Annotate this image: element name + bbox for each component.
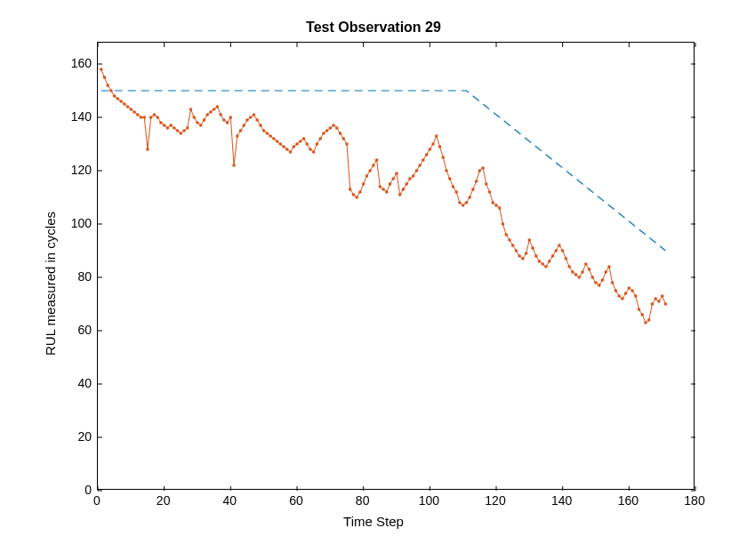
svg-point-206 xyxy=(657,300,661,303)
svg-point-101 xyxy=(309,148,312,151)
svg-point-185 xyxy=(588,268,591,271)
svg-point-145 xyxy=(454,190,458,194)
svg-point-196 xyxy=(624,292,628,295)
y-tick-label: 160 xyxy=(65,56,92,70)
x-tick-label: 40 xyxy=(223,493,237,508)
svg-point-172 xyxy=(544,265,548,268)
svg-point-93 xyxy=(282,145,285,148)
svg-point-195 xyxy=(621,297,624,300)
svg-point-190 xyxy=(604,270,607,274)
svg-point-156 xyxy=(491,201,494,204)
svg-point-178 xyxy=(565,257,568,260)
svg-point-137 xyxy=(429,148,432,151)
svg-point-173 xyxy=(548,260,551,263)
svg-point-208 xyxy=(664,302,668,306)
svg-point-207 xyxy=(661,294,664,298)
svg-point-60 xyxy=(173,126,176,130)
x-tick-label: 140 xyxy=(551,493,572,508)
svg-point-57 xyxy=(163,124,166,127)
svg-point-44 xyxy=(119,100,123,103)
svg-point-42 xyxy=(113,94,116,98)
svg-point-76 xyxy=(226,121,229,124)
y-tick-label: 120 xyxy=(65,163,92,177)
svg-point-79 xyxy=(236,134,239,138)
svg-point-67 xyxy=(196,121,199,124)
svg-point-144 xyxy=(452,185,455,188)
svg-point-202 xyxy=(644,321,647,324)
svg-point-168 xyxy=(531,246,534,250)
svg-point-70 xyxy=(205,113,209,116)
svg-point-81 xyxy=(242,124,245,127)
svg-point-175 xyxy=(554,249,558,252)
svg-point-121 xyxy=(375,158,379,162)
svg-point-204 xyxy=(651,302,655,306)
svg-point-151 xyxy=(475,180,478,183)
svg-point-66 xyxy=(192,116,196,119)
svg-point-97 xyxy=(295,142,299,146)
svg-point-38 xyxy=(100,68,103,71)
svg-point-46 xyxy=(126,105,130,108)
svg-point-64 xyxy=(186,126,189,130)
svg-point-164 xyxy=(518,254,521,258)
svg-point-48 xyxy=(133,110,136,114)
svg-point-116 xyxy=(358,190,362,194)
svg-point-138 xyxy=(431,142,435,146)
svg-point-55 xyxy=(156,116,159,119)
svg-point-122 xyxy=(379,185,382,188)
svg-point-80 xyxy=(239,129,243,132)
y-tick-label: 0 xyxy=(65,483,92,497)
svg-point-102 xyxy=(312,150,316,154)
svg-point-96 xyxy=(292,145,295,148)
svg-point-182 xyxy=(578,276,582,279)
svg-point-174 xyxy=(551,254,555,258)
svg-point-84 xyxy=(253,113,256,116)
svg-point-149 xyxy=(468,196,471,199)
y-tick-label: 20 xyxy=(65,429,92,444)
svg-point-179 xyxy=(567,265,571,268)
svg-point-75 xyxy=(222,118,226,122)
chart-title: Test Observation 29 xyxy=(0,20,747,36)
svg-point-141 xyxy=(441,156,445,159)
svg-point-130 xyxy=(405,182,408,186)
y-tick-label: 80 xyxy=(65,269,92,284)
svg-point-136 xyxy=(425,153,429,156)
svg-point-63 xyxy=(182,129,186,132)
svg-point-62 xyxy=(180,132,183,135)
svg-point-131 xyxy=(408,177,412,180)
svg-point-201 xyxy=(640,313,644,316)
series-true-rul xyxy=(101,91,666,251)
svg-point-188 xyxy=(598,284,601,287)
svg-point-134 xyxy=(418,164,422,167)
svg-point-58 xyxy=(166,126,170,130)
svg-point-71 xyxy=(209,110,213,114)
svg-point-49 xyxy=(136,113,140,116)
svg-point-51 xyxy=(142,116,146,119)
svg-point-120 xyxy=(372,164,375,167)
svg-point-193 xyxy=(614,289,618,292)
svg-point-152 xyxy=(478,169,482,172)
x-tick-label: 120 xyxy=(485,493,505,508)
svg-point-41 xyxy=(109,89,113,92)
svg-point-105 xyxy=(322,132,325,135)
y-axis-label: RUL measured in cycles xyxy=(43,212,58,356)
svg-point-43 xyxy=(116,97,120,100)
svg-point-184 xyxy=(584,262,588,266)
svg-point-183 xyxy=(581,270,584,274)
series-predicted-rul xyxy=(101,69,666,323)
svg-point-39 xyxy=(103,76,107,79)
svg-point-88 xyxy=(266,132,269,135)
svg-point-113 xyxy=(349,188,352,191)
svg-point-205 xyxy=(654,297,657,300)
svg-point-99 xyxy=(302,137,306,140)
svg-point-162 xyxy=(511,244,515,247)
svg-point-140 xyxy=(438,145,442,148)
svg-point-106 xyxy=(325,129,329,132)
svg-point-128 xyxy=(398,193,402,196)
svg-point-176 xyxy=(558,244,561,247)
svg-point-177 xyxy=(561,249,565,252)
svg-point-127 xyxy=(395,172,398,175)
svg-point-109 xyxy=(335,126,339,130)
svg-point-169 xyxy=(534,254,538,258)
x-tick-label: 180 xyxy=(684,493,704,508)
svg-point-132 xyxy=(412,174,415,178)
